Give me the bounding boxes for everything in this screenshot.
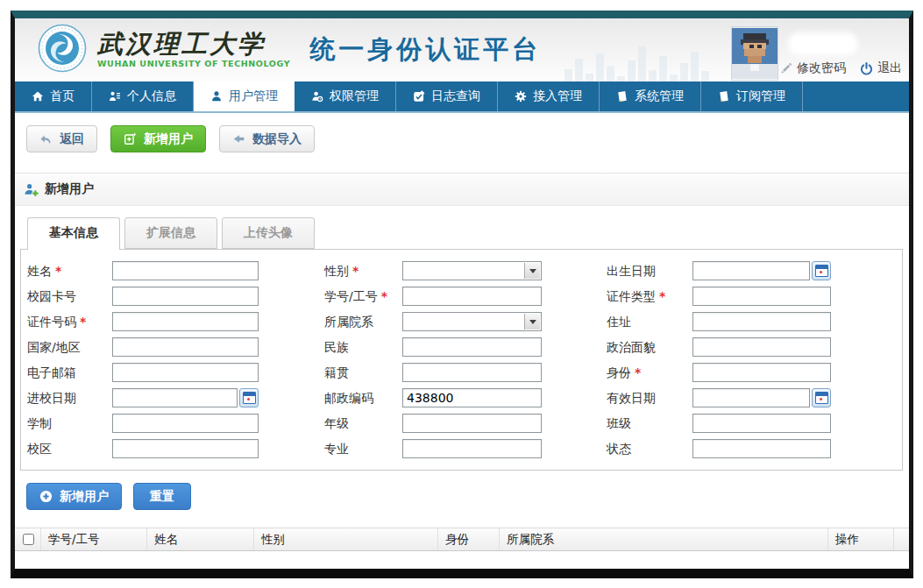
field-label-status: 状态 — [542, 439, 692, 458]
schooling-length-input[interactable] — [112, 414, 259, 433]
document-icon — [718, 90, 730, 103]
nav-item-label: 订阅管理 — [736, 89, 785, 104]
add-document-icon — [124, 132, 137, 145]
required-asterisk: * — [381, 289, 387, 303]
submit-add-user-button[interactable]: 新增用户 — [26, 483, 122, 510]
status-input[interactable] — [692, 439, 831, 458]
class-input[interactable] — [692, 414, 831, 433]
major-input[interactable] — [402, 439, 542, 458]
email-input[interactable] — [112, 363, 259, 382]
tab-upload-avatar[interactable]: 上传头像 — [222, 217, 315, 249]
nav-item-permission-management[interactable]: 权限管理 — [295, 81, 396, 111]
tab-extended-info[interactable]: 扩展信息 — [124, 217, 217, 249]
id-type-input[interactable] — [692, 287, 831, 306]
nav-item-access-management[interactable]: 接入管理 — [498, 81, 600, 111]
field-label-political-status: 政治面貌 — [542, 337, 692, 357]
nav-item-personal-info[interactable]: 个人信息 — [92, 81, 194, 111]
label-text: 政治面貌 — [607, 340, 656, 354]
reset-button[interactable]: 重置 — [133, 483, 191, 510]
branding: 武汉理工大学 WUHAN UNIVERSITY OF TECHNOLOGY 统一… — [38, 24, 541, 73]
field-label-country-region: 国家/地区 — [21, 337, 112, 357]
power-icon — [860, 62, 873, 75]
form-tabs: 基本信息扩展信息上传头像 — [27, 217, 909, 249]
field-cell-campus-card-no — [112, 287, 259, 306]
change-password-link[interactable]: 修改密码 — [780, 60, 846, 76]
back-button[interactable]: 返回 — [26, 125, 97, 152]
field-cell-political-status — [692, 337, 831, 357]
logout-label: 退出 — [877, 60, 902, 76]
label-text: 有效日期 — [607, 391, 656, 405]
nav-item-log-query[interactable]: 日志查询 — [396, 81, 498, 111]
campus-input[interactable] — [112, 439, 259, 458]
panel-title: 新增用户 — [45, 181, 94, 197]
nav-item-label: 日志查询 — [431, 89, 480, 104]
dropdown-arrow-icon[interactable] — [524, 314, 540, 329]
panel-header: 新增用户 — [15, 174, 909, 206]
field-label-id-type: 证件类型* — [542, 287, 692, 306]
home-icon — [32, 90, 44, 103]
dropdown-arrow-icon[interactable] — [524, 263, 540, 279]
campus-card-no-input[interactable] — [112, 287, 259, 306]
field-label-grade: 年级 — [259, 414, 402, 433]
native-place-input[interactable] — [402, 363, 542, 382]
logout-link[interactable]: 退出 — [860, 60, 902, 76]
label-text: 状态 — [607, 442, 631, 456]
results-table-empty-body — [15, 551, 909, 563]
label-text: 年级 — [324, 416, 349, 430]
ethnicity-input[interactable] — [402, 337, 542, 357]
field-cell-gender — [402, 261, 542, 280]
id-number-input[interactable] — [112, 312, 259, 331]
identity-input[interactable] — [692, 363, 831, 382]
user-avatar — [732, 27, 777, 80]
back-arrow-icon — [39, 132, 53, 145]
table-header-gender: 性别 — [254, 528, 438, 550]
import-arrow-icon — [232, 132, 245, 145]
add-user-toolbar-button[interactable]: 新增用户 — [110, 125, 206, 152]
field-cell-student-id — [402, 287, 542, 306]
select-all-checkbox[interactable] — [23, 534, 34, 545]
data-import-button[interactable]: 数据导入 — [219, 125, 315, 152]
political-status-input[interactable] — [692, 337, 831, 357]
birth-date-input[interactable] — [692, 261, 810, 280]
department-select[interactable] — [402, 312, 542, 331]
label-text: 班级 — [607, 416, 631, 430]
university-name-cn: 武汉理工大学 — [97, 29, 290, 59]
nav-item-home[interactable]: 首页 — [15, 81, 92, 111]
label-text: 专业 — [324, 442, 349, 456]
name-input[interactable] — [112, 261, 259, 280]
calendar-icon[interactable] — [812, 388, 831, 407]
nav-item-system-management[interactable]: 系统管理 — [600, 81, 701, 111]
field-label-department: 所属院系 — [259, 312, 402, 331]
entry-date-input[interactable] — [112, 388, 238, 407]
reset-button-label: 重置 — [150, 489, 174, 505]
label-text: 校区 — [27, 442, 52, 456]
valid-date-input[interactable] — [692, 388, 810, 407]
field-label-schooling-length: 学制 — [21, 414, 112, 433]
postal-code-input[interactable] — [402, 388, 542, 407]
label-text: 学号/工号 — [324, 289, 378, 303]
student-id-input[interactable] — [402, 287, 542, 306]
country-region-input[interactable] — [112, 337, 259, 357]
calendar-icon[interactable] — [812, 261, 831, 280]
app-window: 武汉理工大学 WUHAN UNIVERSITY OF TECHNOLOGY 统一… — [11, 11, 913, 578]
calendar-icon[interactable] — [239, 388, 259, 407]
field-label-ethnicity: 民族 — [259, 337, 402, 357]
field-label-major: 专业 — [259, 439, 402, 458]
form-actions: 新增用户 重置 — [15, 471, 909, 528]
grade-input[interactable] — [402, 414, 542, 433]
table-header-operation: 操作 — [828, 528, 894, 550]
label-text: 学制 — [27, 416, 52, 430]
table-header-student-id: 学号/工号 — [41, 528, 147, 550]
field-cell-email — [112, 363, 259, 382]
label-text: 出生日期 — [607, 264, 656, 278]
field-cell-class — [692, 414, 831, 433]
gender-select[interactable] — [402, 261, 542, 280]
tab-basic-info[interactable]: 基本信息 — [27, 217, 120, 250]
plus-circle-icon — [39, 490, 53, 503]
address-input[interactable] — [692, 312, 831, 331]
nav-item-subscription-management[interactable]: 订阅管理 — [701, 81, 803, 111]
platform-title: 统一身份认证平台 — [309, 29, 541, 67]
required-asterisk: * — [55, 264, 61, 278]
nav-item-user-management[interactable]: 用户管理 — [194, 81, 295, 111]
field-cell-valid-date — [692, 388, 831, 407]
